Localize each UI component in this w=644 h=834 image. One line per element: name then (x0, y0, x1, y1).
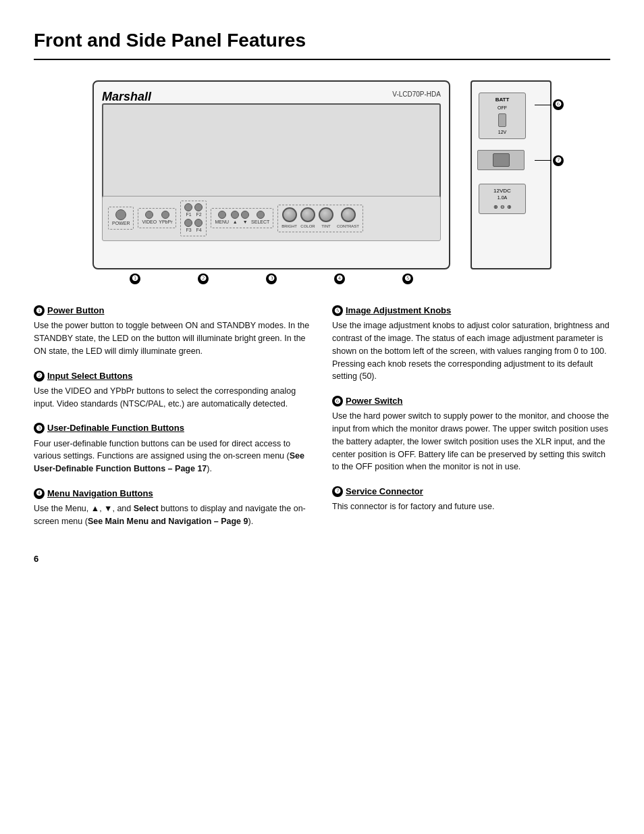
desc-num-5: ❺ (332, 305, 343, 316)
xlr-section: ❼ (477, 150, 545, 170)
side-panel: BATT OFF 12V ❻ ❼ (471, 80, 552, 269)
power-section: 12VDC 1.0A ⊕ ⊖ ⊕ (477, 181, 545, 217)
right-column: ❺ Image Adjustment Knobs Use the image a… (332, 305, 610, 540)
desc-item-4: ❹ Menu Navigation Buttons Use the Menu, … (34, 488, 312, 528)
desc-num-1: ❶ (34, 305, 45, 316)
desc-item-1: ❶ Power Button Use the power button to t… (34, 305, 312, 357)
descriptions-grid: ❶ Power Button Use the power button to t… (34, 305, 610, 540)
front-callouts: ❶ ❷ ❸ ❹ ❺ (92, 273, 450, 284)
callout-6: ❻ (553, 99, 564, 110)
up-btn (231, 211, 239, 219)
callout-2: ❷ (198, 273, 209, 284)
desc-item-5: ❺ Image Adjustment Knobs Use the image a… (332, 305, 610, 383)
desc-item-7: ❼ Service Connector This connector is fo… (332, 486, 610, 513)
desc-num-3: ❸ (34, 423, 45, 434)
function-group: F1 F2 F3 (180, 201, 207, 237)
batt-section: BATT OFF 12V ❻ (477, 90, 545, 142)
front-panel-diagram: Marshall V-LCD70P-HDA POWER VIDEO (92, 80, 450, 284)
input-group: VIDEO YPbPr (138, 208, 176, 228)
video-btn (145, 211, 153, 219)
power-btn (115, 209, 126, 220)
tint-knob (319, 207, 333, 222)
desc-text-4: Use the Menu, ▲, ▼, and Select buttons t… (34, 502, 312, 528)
controls-strip: POWER VIDEO YPbPr (102, 196, 441, 242)
page-number: 6 (34, 553, 610, 565)
f2-btn (194, 203, 203, 211)
f4-btn (194, 219, 203, 227)
knobs-group: BRIGHT COLOR TINT CONTRAST (277, 205, 363, 232)
desc-title-2: ❷ Input Select Buttons (34, 370, 312, 382)
menu-group: MENU ▲ ▼ SELECT (211, 208, 273, 228)
desc-text-6: Use the hard power switch to supply powe… (332, 410, 610, 473)
desc-item-3: ❸ User-Definable Function Buttons Four u… (34, 422, 312, 475)
desc-title-6: ❻ Power Switch (332, 395, 610, 407)
callout-7-line: ❼ (535, 155, 564, 166)
front-panel: Marshall V-LCD70P-HDA POWER VIDEO (92, 80, 450, 269)
power-connector: 12VDC 1.0A ⊕ ⊖ ⊕ (479, 184, 526, 214)
callout-6-line: ❻ (535, 99, 564, 110)
desc-item-2: ❷ Input Select Buttons Use the VIDEO and… (34, 370, 312, 411)
select-btn (257, 211, 265, 219)
desc-title-5: ❺ Image Adjustment Knobs (332, 305, 610, 317)
desc-title-1: ❶ Power Button (34, 305, 312, 317)
desc-item-6: ❻ Power Switch Use the hard power switch… (332, 395, 610, 473)
desc-text-2: Use the VIDEO and YPbPr buttons to selec… (34, 385, 312, 411)
f3-btn (184, 219, 192, 227)
desc-num-6: ❻ (332, 396, 343, 407)
desc-num-7: ❼ (332, 486, 343, 497)
callout-7: ❼ (553, 155, 564, 166)
desc-title-3: ❸ User-Definable Function Buttons (34, 422, 312, 434)
batt-switch: BATT OFF 12V (479, 93, 526, 139)
down-btn (241, 211, 249, 219)
desc-text-5: Use the image adjustment knobs to adjust… (332, 319, 610, 383)
callout-1: ❶ (130, 273, 140, 284)
power-group: POWER (108, 207, 134, 230)
desc-text-7: This connector is for factory and future… (332, 500, 610, 513)
bright-knob (282, 207, 297, 222)
side-panel-diagram: BATT OFF 12V ❻ ❼ (471, 80, 552, 284)
desc-num-4: ❹ (34, 488, 45, 499)
desc-text-3: Four user-definable function buttons can… (34, 438, 312, 475)
page-title: Front and Side Panel Features (34, 27, 610, 60)
color-knob (300, 207, 315, 222)
callout-4: ❹ (334, 273, 345, 284)
ypbpr-btn (161, 211, 169, 219)
f1-btn (184, 203, 192, 211)
diagram-area: Marshall V-LCD70P-HDA POWER VIDEO (34, 80, 610, 284)
desc-title-4: ❹ Menu Navigation Buttons (34, 488, 312, 500)
desc-num-2: ❷ (34, 371, 45, 382)
callout-5: ❺ (402, 273, 413, 284)
contrast-knob (341, 207, 356, 222)
callout-3: ❸ (266, 273, 277, 284)
model-number: V-LCD70P-HDA (392, 90, 441, 99)
menu-btn (218, 211, 226, 219)
left-column: ❶ Power Button Use the power button to t… (34, 305, 312, 540)
desc-title-7: ❼ Service Connector (332, 486, 610, 498)
desc-text-1: Use the power button to toggle between O… (34, 319, 312, 357)
